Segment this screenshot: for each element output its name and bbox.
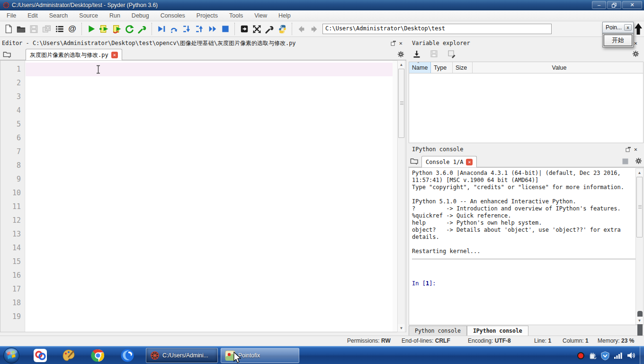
volume-tray-icon[interactable]: [627, 352, 635, 359]
column-header-value[interactable]: Value: [473, 62, 643, 73]
pinned-app-paint[interactable]: [59, 348, 79, 363]
power-plug-tray-icon[interactable]: [589, 352, 597, 360]
browse-tabs-button[interactable]: [409, 156, 419, 165]
console-output[interactable]: Python 3.6.0 |Anaconda 4.3.1 (64-bit)| (…: [409, 167, 644, 325]
save-button[interactable]: [27, 23, 40, 36]
menu-item[interactable]: File: [1, 11, 22, 20]
console-tab-close-icon[interactable]: ✕: [466, 159, 473, 165]
scroll-up-icon[interactable]: ▲: [398, 61, 405, 68]
browse-tabs-button[interactable]: [2, 50, 11, 58]
line-number: 12: [0, 214, 25, 228]
maximize-pane-button[interactable]: [238, 23, 250, 36]
spyder-icon: [3, 2, 9, 9]
pointofix-titlebar[interactable]: Poin... x: [602, 22, 634, 33]
menu-item[interactable]: Edit: [22, 11, 44, 20]
editor-tab[interactable]: 灰度图片像素的选取与修改.py ✕: [26, 49, 122, 61]
show-desktop-button[interactable]: [640, 346, 644, 364]
menu-item[interactable]: Source: [73, 11, 104, 20]
save-all-button[interactable]: [40, 23, 53, 36]
pinned-app-download-manager[interactable]: [30, 348, 50, 363]
start-button[interactable]: [3, 347, 20, 364]
fullscreen-button[interactable]: [250, 23, 263, 36]
console-scrollbar[interactable]: ▲ ▼: [635, 168, 644, 325]
variable-explorer-options-button[interactable]: [629, 47, 642, 60]
console-options-button[interactable]: [634, 156, 643, 165]
pointofix-start-button[interactable]: 开始: [604, 35, 632, 46]
menu-item[interactable]: Run: [104, 11, 126, 20]
forward-button[interactable]: [308, 23, 321, 36]
variable-table-body[interactable]: [409, 73, 644, 143]
pointofix-collapse-arrow-icon[interactable]: [634, 23, 643, 35]
browse-tabs-icon: [410, 157, 418, 164]
debug-button[interactable]: [155, 23, 168, 36]
open-file-button[interactable]: [15, 23, 27, 36]
code-area[interactable]: [26, 61, 393, 332]
menu-item[interactable]: View: [249, 11, 273, 20]
column-header-size[interactable]: Size: [453, 62, 473, 73]
run-configure-button[interactable]: [136, 23, 149, 36]
run-cell-button[interactable]: [98, 23, 110, 36]
step-into-button[interactable]: [180, 23, 193, 36]
pinned-app-chrome[interactable]: [88, 348, 108, 363]
gear-icon: [632, 50, 639, 57]
step-return-button[interactable]: [193, 23, 206, 36]
security-shield-tray-icon[interactable]: [601, 351, 609, 360]
status-encoding: Encoding: UTF-8: [468, 337, 511, 344]
menu-item[interactable]: Tools: [224, 11, 249, 20]
taskbar-button-pointofix[interactable]: Pointofix: [221, 348, 299, 363]
console-line: IPython 5.1.0 -- An enhanced Interactive…: [412, 198, 643, 205]
step-button[interactable]: [168, 23, 180, 36]
tab-python-console[interactable]: Python console: [409, 326, 467, 336]
menu-item[interactable]: Help: [273, 11, 296, 20]
menu-item[interactable]: Consoles: [155, 11, 191, 20]
editor-options-button[interactable]: [396, 50, 405, 58]
scroll-down-icon[interactable]: ▼: [636, 317, 643, 324]
continue-button[interactable]: [206, 23, 219, 36]
column-header-name[interactable]: ⌃ Name: [409, 62, 431, 73]
working-directory-input[interactable]: C:\Users\Administrator\Desktop\test: [322, 24, 552, 34]
console-scrollbar-thumb[interactable]: [636, 177, 643, 237]
menu-item[interactable]: Projects: [191, 11, 224, 20]
close-pane-icon[interactable]: ✕: [399, 40, 402, 46]
menu-bar: FileEditSearchSourceRunDebugConsolesProj…: [0, 10, 644, 21]
console-tab[interactable]: Console 1/A ✕: [421, 156, 477, 168]
editor-scrollbar-thumb[interactable]: [398, 69, 404, 138]
close-pane-icon[interactable]: ✕: [634, 40, 637, 46]
close-pane-icon[interactable]: ✕: [634, 146, 637, 153]
undock-icon[interactable]: [626, 146, 631, 152]
import-data-button[interactable]: [410, 47, 423, 60]
pinned-app-browser[interactable]: [117, 348, 137, 363]
tab-ipython-console[interactable]: IPython console: [467, 326, 528, 336]
new-file-button[interactable]: [2, 23, 15, 36]
column-header-type[interactable]: Type: [431, 62, 453, 73]
recording-tray-icon[interactable]: [577, 352, 585, 360]
network-signal-tray-icon[interactable]: [614, 352, 623, 359]
close-button[interactable]: ✕: [622, 1, 642, 9]
python-path-button[interactable]: [276, 23, 289, 36]
editor-body[interactable]: 12345678910111213141516171819: [0, 60, 406, 332]
file-switcher-button[interactable]: [53, 23, 66, 36]
undock-icon[interactable]: [391, 40, 396, 46]
editor-tab-close-icon[interactable]: ✕: [111, 52, 118, 58]
run-button[interactable]: [85, 23, 98, 36]
taskbar-button-spyder[interactable]: C:/Users/Admini...: [146, 348, 218, 363]
rerun-button[interactable]: [123, 23, 136, 36]
run-cell-advance-button[interactable]: [110, 23, 123, 36]
menu-item[interactable]: Search: [44, 11, 74, 20]
tools-button[interactable]: [263, 23, 276, 36]
save-data-as-button[interactable]: [445, 47, 458, 60]
minimize-button[interactable]: –: [592, 1, 606, 9]
interrupt-kernel-button[interactable]: [620, 157, 630, 165]
line-number: 11: [0, 200, 25, 214]
restore-button[interactable]: [607, 1, 621, 9]
scroll-down-icon[interactable]: ▼: [398, 324, 405, 332]
pointofix-close-icon[interactable]: x: [624, 24, 632, 31]
continue-icon: [208, 24, 217, 34]
stop-debug-button[interactable]: [219, 23, 232, 36]
symbol-finder-button[interactable]: @: [66, 23, 79, 36]
back-button[interactable]: [295, 23, 308, 36]
menu-item[interactable]: Debug: [126, 11, 155, 20]
scroll-up-icon[interactable]: ▲: [636, 169, 643, 176]
save-data-button[interactable]: [428, 47, 440, 60]
editor-scrollbar[interactable]: ▲ ▼: [397, 60, 405, 332]
